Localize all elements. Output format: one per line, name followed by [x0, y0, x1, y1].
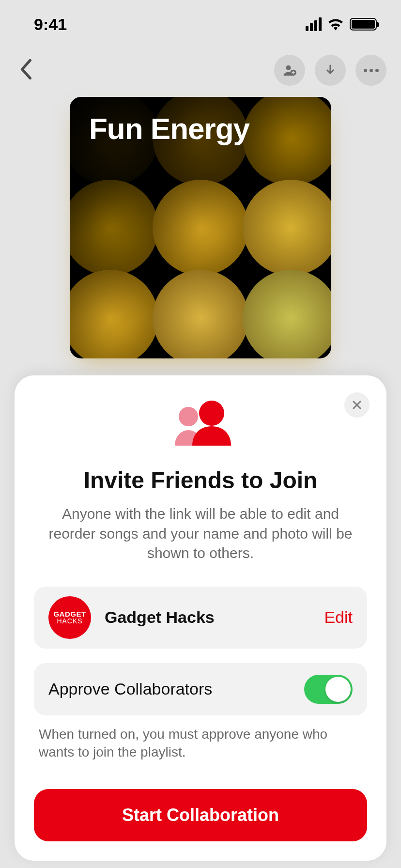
sheet-description: Anyone with the link will be able to edi… [34, 504, 367, 563]
close-button[interactable] [344, 392, 370, 418]
ellipsis-icon [364, 69, 379, 72]
svg-point-3 [199, 401, 224, 426]
cellular-signal-icon [306, 17, 322, 31]
profile-row[interactable]: GADGET HACKS Gadget Hacks Edit [34, 587, 367, 649]
approve-collaborators-help: When turned on, you must approve anyone … [34, 725, 367, 762]
wifi-icon [327, 18, 344, 31]
svg-point-2 [179, 407, 198, 426]
battery-icon [350, 18, 377, 31]
download-icon [323, 63, 338, 78]
profile-name: Gadget Hacks [105, 608, 310, 627]
svg-point-0 [286, 65, 291, 70]
status-time: 9:41 [34, 15, 67, 34]
approve-collaborators-toggle[interactable] [304, 675, 353, 704]
start-collaboration-button[interactable]: Start Collaboration [34, 789, 367, 841]
chevron-left-icon [19, 59, 32, 80]
invite-sheet: Invite Friends to Join Anyone with the l… [15, 375, 386, 861]
playlist-artwork[interactable]: Fun Energy [70, 97, 331, 358]
approve-collaborators-label: Approve Collaborators [48, 680, 212, 698]
people-icon [164, 400, 237, 450]
person-add-icon [282, 63, 297, 78]
back-button[interactable] [15, 54, 37, 87]
add-person-button[interactable] [274, 55, 305, 86]
edit-button[interactable]: Edit [324, 608, 353, 627]
download-button[interactable] [315, 55, 346, 86]
status-bar: 9:41 [0, 0, 401, 48]
nav-bar [0, 48, 401, 92]
sheet-title: Invite Friends to Join [34, 467, 367, 494]
close-icon [351, 399, 363, 411]
more-button[interactable] [355, 55, 386, 86]
approve-collaborators-row: Approve Collaborators [34, 663, 367, 715]
avatar: GADGET HACKS [48, 596, 91, 639]
status-icons [306, 17, 377, 31]
playlist-title: Fun Energy [89, 111, 249, 146]
